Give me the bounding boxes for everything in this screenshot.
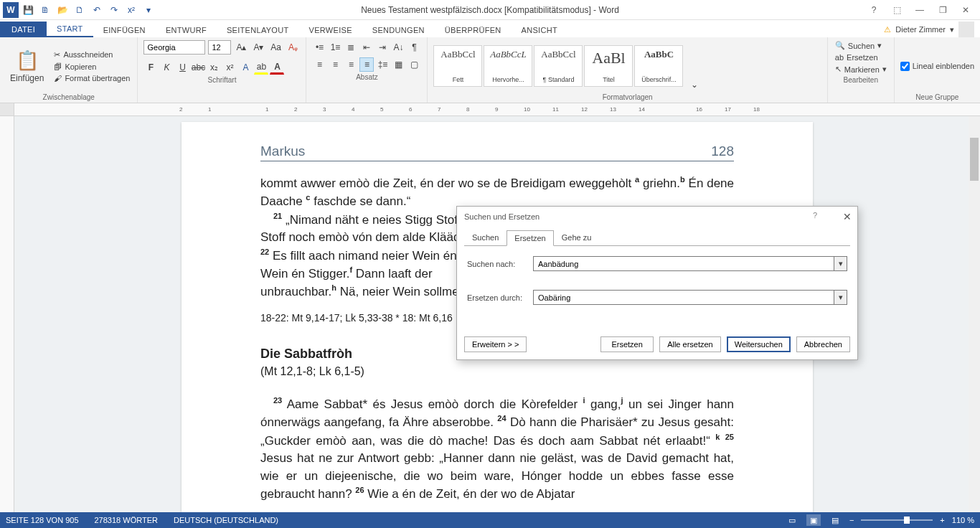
tab-start[interactable]: START [47,22,93,37]
borders-icon[interactable]: ▢ [407,57,421,72]
tab-references[interactable]: VERWEISE [299,23,362,37]
align-left-icon[interactable]: ≡ [312,57,326,72]
dialog-tab-goto[interactable]: Gehe zu [554,230,600,245]
read-mode-icon[interactable]: ▭ [785,514,799,526]
align-center-icon[interactable]: ≡ [328,57,342,72]
new-icon[interactable]: 🗋 [72,2,88,18]
style-item[interactable]: AaBbCÜberschrif... [634,45,683,87]
dialog-help-icon[interactable]: ? [813,211,817,220]
replace-button[interactable]: abErsetzen [834,52,888,62]
zoom-out-button[interactable]: − [849,516,854,524]
dialog-close-icon[interactable]: ✕ [843,211,852,222]
cancel-button[interactable]: Abbrechen [796,336,850,352]
qat-customize-icon[interactable]: ▾ [141,2,156,18]
cut-button[interactable]: ✂Ausschneiden [52,50,131,60]
style-item[interactable]: AaBlTitel [584,45,633,87]
replace-input[interactable] [534,291,834,304]
replace-dropdown-icon[interactable]: ▾ [834,291,847,304]
align-right-icon[interactable]: ≡ [344,57,358,72]
line-spacing-icon[interactable]: ‡≡ [375,57,390,72]
vertical-scrollbar[interactable] [969,116,980,512]
replace-all-button[interactable]: Alle ersetzen [659,336,721,352]
tab-file[interactable]: DATEI [0,22,47,37]
save-all-icon[interactable]: 🗎 [37,2,53,18]
ruler-check[interactable] [900,62,910,71]
style-item[interactable]: AaBbCcl¶ Standard [534,45,583,87]
change-case-icon[interactable]: Aa [268,40,283,55]
user-dropdown-icon[interactable]: ▾ [950,25,954,34]
tab-view[interactable]: ANSICHT [512,23,567,37]
zoom-in-button[interactable]: + [940,516,944,524]
scrollbar-thumb[interactable] [970,138,979,181]
ruler-checkbox[interactable]: Lineal einblenden [900,62,974,71]
redo-icon[interactable]: ↷ [106,2,122,18]
strikethrough-button[interactable]: abc [191,60,205,75]
replace-combo[interactable]: ▾ [533,290,847,305]
find-dropdown-icon[interactable]: ▾ [834,257,847,270]
find-button[interactable]: 🔍Suchen▾ [834,40,888,51]
save-icon[interactable]: 💾 [20,2,36,18]
styles-gallery[interactable]: AaBbCclFett AaBbCcLHervorhe... AaBbCcl¶ … [433,45,683,87]
zoom-thumb[interactable] [904,517,910,524]
subscript-button[interactable]: x₂ [207,60,221,75]
find-next-button[interactable]: Weitersuchen [727,336,791,352]
print-layout-icon[interactable]: ▣ [806,514,821,526]
shrink-font-icon[interactable]: A▾ [251,40,265,55]
format-painter-button[interactable]: 🖌Format übertragen [52,73,131,83]
minimize-icon[interactable]: — [910,3,930,17]
user-area[interactable]: ⚠ Dieter Zimmer ▾ [884,22,974,37]
copy-button[interactable]: 🗐Kopieren [52,62,131,72]
underline-button[interactable]: U [175,60,189,75]
undo-icon[interactable]: ↶ [89,2,105,18]
dialog-tab-replace[interactable]: Ersetzen [507,230,553,246]
ruler-vertical[interactable] [0,116,14,512]
more-button[interactable]: Erweitern > > [464,336,527,352]
superscript-icon[interactable]: x² [123,2,139,18]
tab-design[interactable]: ENTWURF [156,23,217,37]
help-icon[interactable]: ? [864,3,884,17]
shading-icon[interactable]: ▦ [391,57,405,72]
tab-mailings[interactable]: SENDUNGEN [362,23,435,37]
bold-button[interactable]: F [143,60,158,75]
font-size-input[interactable] [208,40,231,55]
increase-indent-icon[interactable]: ⇥ [375,40,390,55]
word-count[interactable]: 278318 WÖRTER [95,516,158,524]
grow-font-icon[interactable]: A▴ [234,40,248,55]
superscript-button[interactable]: x² [222,60,237,75]
ruler-horizontal[interactable]: 211234567891011121314161718 [0,103,980,116]
style-item[interactable]: AaBbCclFett [433,45,482,87]
find-input[interactable] [534,257,834,270]
justify-icon[interactable]: ≡ [359,57,374,72]
dialog-tab-find[interactable]: Suchen [464,230,507,245]
ribbon-display-icon[interactable]: ⬚ [887,3,907,17]
decrease-indent-icon[interactable]: ⇤ [359,40,374,55]
style-item[interactable]: AaBbCcLHervorhe... [484,45,532,87]
tab-layout[interactable]: SEITENLAYOUT [217,23,299,37]
web-layout-icon[interactable]: ▤ [828,514,842,526]
zoom-slider[interactable] [861,519,933,521]
multilevel-icon[interactable]: ≣ [344,40,358,55]
bullets-icon[interactable]: •≡ [312,40,326,55]
font-color-icon[interactable]: A [270,60,284,75]
numbering-icon[interactable]: 1≡ [328,40,342,55]
clear-format-icon[interactable]: Aᵩ [286,40,300,55]
replace-one-button[interactable]: Ersetzen [600,336,654,352]
highlight-icon[interactable]: ab [254,60,268,75]
text-effects-icon[interactable]: A [238,60,253,75]
tab-insert[interactable]: EINFÜGEN [93,23,156,37]
dialog-titlebar[interactable]: Suchen und Ersetzen ? ✕ [457,207,857,227]
avatar[interactable] [958,22,974,37]
close-icon[interactable]: ✕ [956,3,976,17]
paste-button[interactable]: 📋 Einfügen [6,48,48,85]
page-indicator[interactable]: SEITE 128 VON 905 [6,516,79,524]
show-marks-icon[interactable]: ¶ [407,40,421,55]
restore-icon[interactable]: ❐ [933,3,953,17]
italic-button[interactable]: K [159,60,174,75]
tab-review[interactable]: ÜBERPRÜFEN [435,23,512,37]
sort-icon[interactable]: A↓ [391,40,405,55]
find-combo[interactable]: ▾ [533,256,847,271]
language-indicator[interactable]: DEUTSCH (DEUTSCHLAND) [174,516,278,524]
open-icon[interactable]: 📂 [55,2,70,18]
font-name-input[interactable] [143,40,205,55]
select-button[interactable]: ↖Markieren▾ [834,64,888,75]
